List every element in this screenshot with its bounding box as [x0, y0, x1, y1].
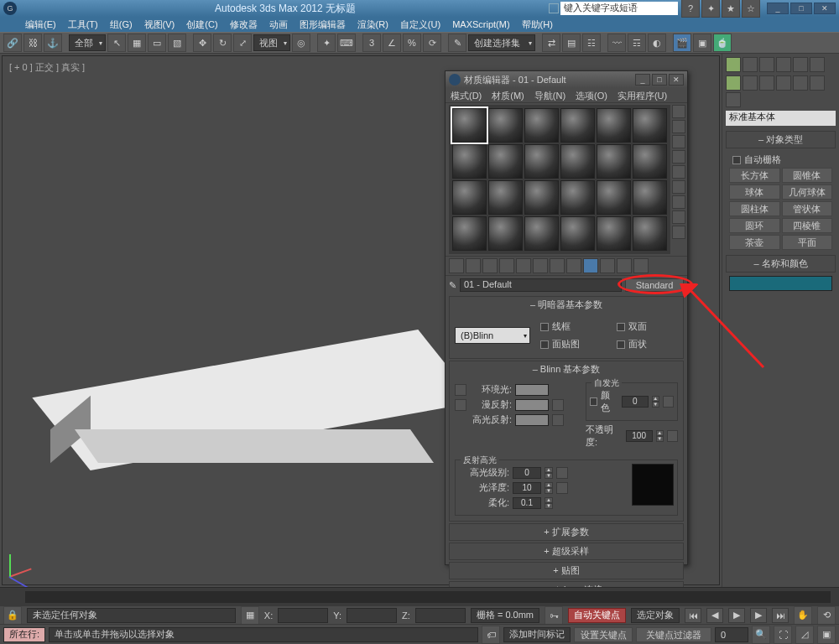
spinner-arrows[interactable]: ▲▼ [656, 430, 664, 442]
facemap-checkbox[interactable] [540, 340, 549, 349]
material-slot[interactable] [524, 216, 559, 251]
keyboard-icon[interactable]: ⌨ [337, 34, 356, 52]
unlink-icon[interactable]: ⛓ [23, 34, 42, 52]
go-sibling-icon[interactable] [633, 258, 649, 273]
dlg-min-button[interactable]: _ [635, 74, 650, 86]
material-editor-icon[interactable]: ◐ [648, 34, 666, 52]
material-slot[interactable] [633, 216, 667, 251]
ambient-lock-icon[interactable] [455, 384, 466, 396]
options-icon[interactable] [672, 195, 685, 209]
dlg-close-button[interactable]: ✕ [669, 74, 684, 86]
material-slot[interactable] [488, 216, 523, 251]
prim-pyramid[interactable]: 四棱锥 [782, 218, 833, 233]
specular-map-button[interactable] [552, 414, 564, 426]
ref-coord-dropdown[interactable]: 视图 [253, 34, 290, 51]
motion-tab-icon[interactable] [776, 57, 791, 72]
menu-render[interactable]: 渲染(R) [357, 18, 388, 31]
uv-tile-icon[interactable] [672, 150, 685, 164]
selfillum-spinner[interactable]: 0 [622, 396, 649, 408]
selfillum-map-button[interactable] [663, 396, 674, 408]
bind-icon[interactable]: ⚓ [44, 34, 62, 52]
tag-icon[interactable]: 🏷 [482, 626, 500, 644]
menu-help[interactable]: 帮助(H) [522, 18, 553, 31]
goto-start-icon[interactable]: ⏮ [685, 608, 701, 623]
material-slot[interactable] [560, 108, 595, 143]
y-input[interactable] [347, 608, 397, 623]
menu-anim[interactable]: 动画 [269, 18, 288, 31]
diffuse-lock-icon[interactable] [455, 399, 466, 411]
tool-icon[interactable]: ✦ [701, 0, 720, 18]
selection-scope-dropdown[interactable]: 全部 [69, 34, 106, 51]
prim-sphere[interactable]: 球体 [729, 184, 780, 200]
scale-icon[interactable]: ⤢ [233, 34, 252, 52]
setkey-button[interactable]: 设置关键点 [574, 627, 633, 642]
autogrid-checkbox[interactable] [732, 156, 741, 164]
selected-label[interactable]: 选定对象 [631, 608, 680, 623]
material-slot[interactable] [560, 180, 595, 215]
mat-id-icon[interactable] [566, 258, 581, 273]
prim-box[interactable]: 长方体 [729, 168, 780, 183]
lock-icon[interactable]: 🔒 [3, 606, 22, 625]
prim-tube[interactable]: 管状体 [782, 201, 833, 216]
blinn-rollout-header[interactable]: Blinn 基本参数 [450, 361, 683, 377]
go-parent-icon[interactable] [617, 258, 632, 273]
prim-cylinder[interactable]: 圆柱体 [729, 201, 780, 216]
shapes-icon[interactable] [743, 75, 758, 91]
keyfilter-button[interactable]: 关键点过滤器 [636, 627, 711, 642]
material-slot[interactable] [524, 180, 559, 215]
spinner-arrows[interactable]: ▲▼ [545, 467, 553, 479]
ambient-swatch[interactable] [515, 384, 549, 396]
prev-frame-icon[interactable]: ◀ [706, 608, 723, 623]
assign-to-sel-icon[interactable] [482, 258, 498, 273]
move-icon[interactable]: ✥ [193, 34, 211, 52]
link-icon[interactable]: 🔗 [3, 34, 22, 52]
material-slot[interactable] [488, 144, 523, 179]
menu-create[interactable]: 创建(C) [186, 18, 217, 31]
material-slot[interactable] [597, 144, 631, 179]
material-slot[interactable] [452, 144, 487, 179]
next-frame-icon[interactable]: ▶ [750, 608, 767, 623]
gloss-map-button[interactable] [556, 482, 568, 494]
percent-snap-icon[interactable]: % [403, 34, 421, 52]
opacity-spinner[interactable]: 100 [626, 430, 653, 442]
autokey-button[interactable]: 自动关键点 [568, 608, 626, 623]
mtl-map-nav-icon[interactable] [672, 226, 685, 239]
timemark-button[interactable]: 添加时间标记 [503, 627, 571, 642]
make-copy-icon[interactable] [516, 258, 531, 273]
material-type-button[interactable]: Standard [625, 278, 684, 292]
material-slot[interactable] [597, 108, 631, 143]
diffuse-swatch[interactable] [515, 399, 549, 411]
diffuse-map-button[interactable] [552, 399, 564, 411]
material-slot[interactable] [488, 108, 523, 143]
selfillum-checkbox[interactable] [590, 397, 597, 406]
lights-icon[interactable] [759, 75, 774, 91]
prim-teapot[interactable]: 茶壶 [729, 235, 780, 250]
dmenu-material[interactable]: 材质(M) [492, 90, 524, 101]
pan-icon[interactable]: ✋ [794, 606, 812, 625]
window-crossing-icon[interactable]: ▧ [168, 34, 186, 52]
angle-snap-icon[interactable]: ∠ [383, 34, 401, 52]
schematic-icon[interactable]: ☶ [628, 34, 646, 52]
category-dropdown[interactable]: 标准基本体 [726, 111, 836, 126]
show-in-vp-icon[interactable] [583, 258, 598, 273]
prim-torus[interactable]: 圆环 [729, 218, 780, 233]
help-icon[interactable]: ? [681, 0, 700, 18]
systems-icon[interactable] [726, 92, 741, 107]
prim-plane[interactable]: 平面 [782, 235, 833, 250]
material-slot[interactable] [488, 180, 523, 215]
zoom-ext-icon[interactable]: ⛶ [774, 626, 792, 644]
gloss-spinner[interactable]: 10 [513, 482, 541, 494]
namecolor-rollout[interactable]: 名称和颜色 [726, 255, 836, 273]
material-slot[interactable] [560, 216, 595, 251]
prim-cone[interactable]: 圆锥体 [782, 168, 833, 183]
layer-icon[interactable]: ☷ [582, 34, 601, 52]
reset-map-icon[interactable] [499, 258, 514, 273]
pivot-icon[interactable]: ◎ [292, 34, 310, 52]
prim-geosphere[interactable]: 几何球体 [782, 184, 833, 200]
z-input[interactable] [415, 608, 466, 623]
menu-view[interactable]: 视图(V) [144, 18, 175, 31]
sample-type-icon[interactable] [672, 105, 685, 118]
background-icon[interactable] [672, 135, 685, 148]
space-warps-icon[interactable] [810, 75, 825, 91]
speclevel-map-button[interactable] [556, 467, 568, 479]
